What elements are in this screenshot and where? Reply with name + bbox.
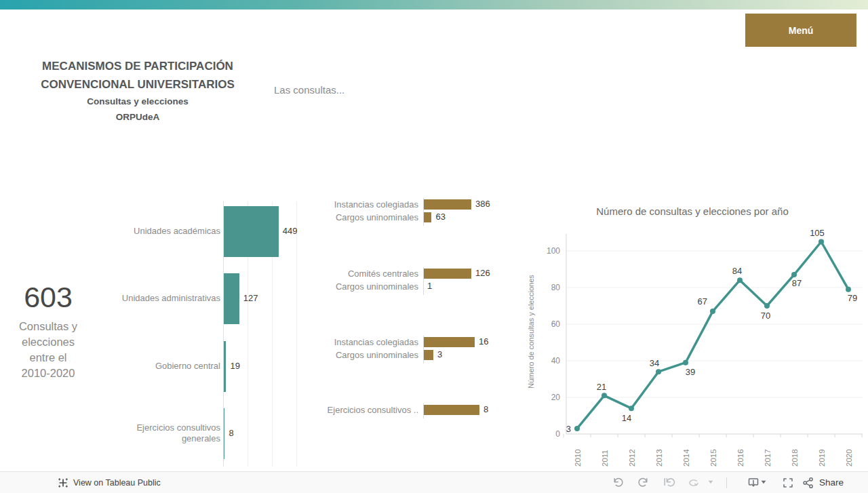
tableau-toolbar: View on Tableau Public xyxy=(0,471,868,493)
x-tick-label: 2018 xyxy=(791,449,799,467)
y-tick-label: 0 xyxy=(555,429,560,439)
download-icon[interactable] xyxy=(747,476,760,490)
toolbar-divider xyxy=(726,477,727,488)
x-tick-label: 2020 xyxy=(845,449,853,467)
x-tick-label: 2017 xyxy=(764,449,772,467)
line-point-mark[interactable] xyxy=(683,360,688,366)
point-value-label: 87 xyxy=(792,278,802,288)
point-value-label: 67 xyxy=(698,296,707,307)
point-value-label: 34 xyxy=(650,358,659,368)
view-on-label: View on Tableau Public xyxy=(73,478,161,488)
line-point-mark[interactable] xyxy=(601,393,607,398)
line-point-mark[interactable] xyxy=(629,406,634,411)
line-point-mark[interactable] xyxy=(791,272,797,277)
line-point-mark[interactable] xyxy=(737,277,743,283)
line-point-mark[interactable] xyxy=(846,287,851,292)
x-tick-label: 2011 xyxy=(601,450,609,467)
replay-icon[interactable] xyxy=(686,476,700,490)
x-tick-label: 2019 xyxy=(818,449,826,467)
point-value-label: 3 xyxy=(566,424,571,434)
point-value-label: 39 xyxy=(686,367,695,377)
y-tick-label: 20 xyxy=(551,393,561,402)
x-tick-label: 2013 xyxy=(655,449,663,467)
x-tick-label: 2015 xyxy=(709,449,717,467)
tableau-logo-icon xyxy=(58,477,68,488)
point-value-label: 21 xyxy=(597,382,606,392)
share-label: Share xyxy=(819,477,844,488)
redo-icon[interactable] xyxy=(637,476,650,490)
point-value-label: 84 xyxy=(732,266,742,276)
point-value-label: 14 xyxy=(622,413,631,423)
revert-icon[interactable] xyxy=(662,476,675,490)
caret-down-icon[interactable] xyxy=(708,480,713,484)
y-tick-label: 80 xyxy=(551,283,561,292)
y-tick-label: 40 xyxy=(551,356,561,366)
share-icon xyxy=(802,476,815,490)
y-tick-label: 100 xyxy=(547,246,560,256)
point-value-label: 79 xyxy=(848,293,857,303)
x-tick-label: 2010 xyxy=(574,449,582,467)
point-value-label: 70 xyxy=(761,311,770,321)
line-chart: 0204060801003201021201114201234201339201… xyxy=(0,0,868,493)
line-series[interactable] xyxy=(577,242,848,429)
line-point-mark[interactable] xyxy=(574,426,580,431)
line-point-mark[interactable] xyxy=(764,303,770,309)
caret-down-icon[interactable] xyxy=(761,480,766,484)
line-point-mark[interactable] xyxy=(656,369,661,374)
line-point-mark[interactable] xyxy=(818,239,824,245)
x-tick-label: 2016 xyxy=(736,449,745,467)
share-button[interactable]: Share xyxy=(802,472,844,493)
x-tick-label: 2014 xyxy=(682,449,690,467)
point-value-label: 105 xyxy=(810,228,825,238)
line-point-mark[interactable] xyxy=(710,309,715,314)
y-tick-label: 60 xyxy=(551,319,561,329)
x-tick-label: 2012 xyxy=(628,449,636,467)
view-on-tableau-public-link[interactable]: View on Tableau Public xyxy=(58,472,161,493)
undo-icon[interactable] xyxy=(611,476,625,490)
fullscreen-icon[interactable] xyxy=(781,476,795,490)
